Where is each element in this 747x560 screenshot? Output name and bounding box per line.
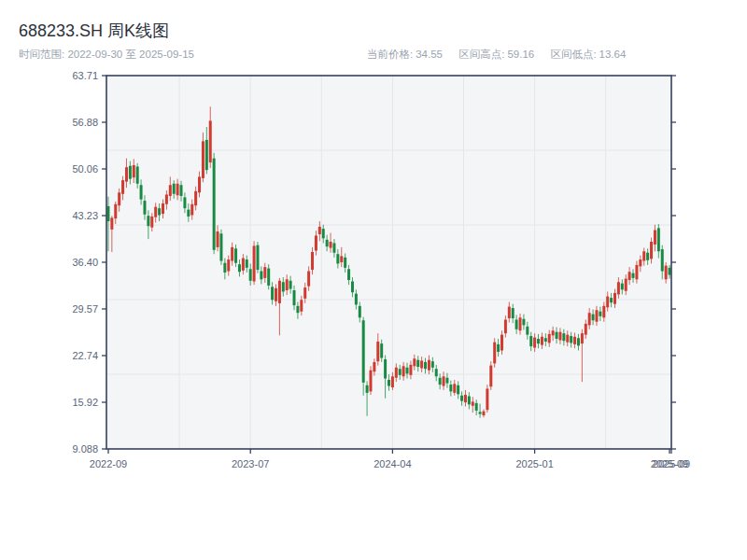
svg-text:2022-09: 2022-09 — [90, 458, 127, 469]
svg-text:15.92: 15.92 — [72, 397, 98, 408]
svg-text:56.88: 56.88 — [72, 117, 98, 128]
svg-text:43.23: 43.23 — [72, 210, 98, 221]
svg-text:2025-09: 2025-09 — [653, 458, 690, 469]
svg-text:50.06: 50.06 — [72, 163, 98, 175]
svg-text:29.57: 29.57 — [72, 303, 98, 315]
svg-text:2024-04: 2024-04 — [374, 458, 411, 469]
svg-text:63.71: 63.71 — [72, 70, 98, 81]
kline-page: 688233.SH 周K线图 时间范围: 2022-09-30 至 2025-0… — [0, 0, 747, 560]
candlestick-chart: 63.7156.8850.0643.2336.4029.5722.7415.92… — [0, 0, 747, 560]
svg-text:2025-01: 2025-01 — [515, 458, 553, 469]
svg-text:2023-07: 2023-07 — [232, 458, 269, 469]
svg-text:22.74: 22.74 — [72, 350, 98, 361]
svg-text:9.088: 9.088 — [72, 443, 98, 455]
svg-text:36.40: 36.40 — [72, 257, 98, 268]
